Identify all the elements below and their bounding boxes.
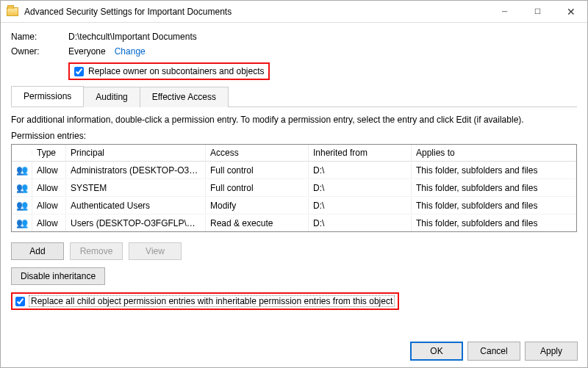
replace-children-checkbox[interactable] [15,297,25,306]
col-inherited[interactable]: Inherited from [309,145,412,161]
permission-table: Type Principal Access Inherited from App… [11,144,577,232]
permission-entries-label: Permission entries: [11,131,577,141]
tab-permissions[interactable]: Permissions [11,86,84,107]
cell-principal: Administrators (DESKTOP-O3FGF... [66,162,206,178]
cell-inherited: D:\ [309,215,412,231]
cell-applies: This folder, subfolders and files [412,180,576,196]
replace-owner-highlight: Replace owner on subcontainers and objec… [68,62,270,80]
dialog-footer-buttons: OK Cancel Apply [410,342,578,361]
col-type[interactable]: Type [32,145,66,161]
window-buttons: ─ ☐ ✕ [488,1,587,22]
owner-row: Owner: Everyone Change [11,46,577,57]
cell-type: Allow [32,180,66,196]
dialog-content: Name: D:\techcult\Important Documents Ow… [1,23,587,319]
apply-button[interactable]: Apply [525,342,578,361]
cell-principal: SYSTEM [66,180,206,196]
table-row[interactable]: 👥AllowUsers (DESKTOP-O3FGFLP\Users)Read … [12,214,576,231]
users-icon: 👥 [12,162,32,178]
tab-effective-access[interactable]: Effective Access [140,87,229,107]
cell-access: Read & execute [206,215,309,231]
cell-principal: Users (DESKTOP-O3FGFLP\Users) [66,215,206,231]
change-owner-link[interactable]: Change [115,46,146,57]
folder-icon [7,7,18,16]
cell-type: Allow [32,162,66,178]
disable-inheritance-button[interactable]: Disable inheritance [11,267,105,285]
table-row[interactable]: 👥AllowSYSTEMFull controlD:\This folder, … [12,179,576,197]
minimize-button[interactable]: ─ [488,1,521,22]
table-body: 👥AllowAdministrators (DESKTOP-O3FGF...Fu… [12,162,576,231]
close-button[interactable]: ✕ [554,1,587,22]
owner-value: Everyone [68,46,106,57]
entry-buttons: Add Remove View [11,242,577,260]
cancel-button[interactable]: Cancel [467,342,520,361]
window-title: Advanced Security Settings for Important… [24,7,488,17]
cell-type: Allow [32,215,66,231]
users-icon: 👥 [12,179,32,196]
owner-label: Owner: [11,46,68,57]
cell-inherited: D:\ [309,198,412,214]
instruction-text: For additional information, double-click… [11,115,577,125]
replace-owner-label: Replace owner on subcontainers and objec… [88,66,264,76]
name-value: D:\techcult\Important Documents [68,32,197,42]
table-header: Type Principal Access Inherited from App… [12,145,576,162]
replace-owner-checkbox[interactable] [74,67,84,76]
view-button: View [129,242,182,260]
replace-children-highlight: Replace all child object permission entr… [11,292,399,310]
cell-access: Modify [206,198,309,214]
cell-access: Full control [206,180,309,196]
col-applies[interactable]: Applies to [412,145,576,161]
cell-type: Allow [32,198,66,214]
col-access[interactable]: Access [206,145,309,161]
ok-button[interactable]: OK [410,342,463,361]
table-row[interactable]: 👥AllowAdministrators (DESKTOP-O3FGF...Fu… [12,162,576,179]
col-principal[interactable]: Principal [66,145,206,161]
name-row: Name: D:\techcult\Important Documents [11,32,577,42]
tab-auditing[interactable]: Auditing [83,87,140,107]
remove-button: Remove [70,242,123,260]
replace-children-label: Replace all child object permission entr… [29,295,395,307]
cell-applies: This folder, subfolders and files [412,198,576,214]
maximize-button[interactable]: ☐ [521,1,554,22]
tabs: Permissions Auditing Effective Access [11,86,577,107]
users-icon: 👥 [12,197,32,214]
users-icon: 👥 [12,214,32,231]
table-row[interactable]: 👥AllowAuthenticated UsersModifyD:\This f… [12,197,576,214]
cell-inherited: D:\ [309,162,412,178]
cell-principal: Authenticated Users [66,198,206,214]
name-label: Name: [11,32,68,42]
col-icon[interactable] [12,150,32,156]
titlebar: Advanced Security Settings for Important… [1,1,587,23]
cell-access: Full control [206,162,309,178]
cell-applies: This folder, subfolders and files [412,215,576,231]
cell-inherited: D:\ [309,180,412,196]
cell-applies: This folder, subfolders and files [412,162,576,178]
add-button[interactable]: Add [11,242,64,260]
